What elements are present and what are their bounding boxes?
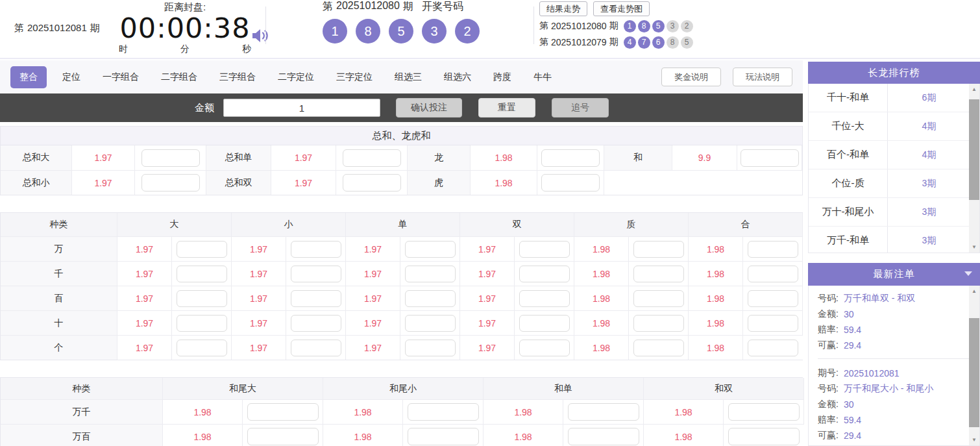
bet-amount-input[interactable] (541, 149, 600, 167)
play-rules-button[interactable]: 玩法说明 (733, 68, 792, 86)
latest-bets-scrollbar[interactable]: ▲ ▼ (969, 286, 979, 445)
bet-cell (537, 170, 604, 195)
odds-value: 1.98 (484, 424, 563, 446)
bet-amount-input[interactable] (633, 340, 684, 356)
bet-amount-input[interactable] (177, 315, 227, 332)
bet-amount-input[interactable] (408, 428, 479, 445)
bet-amount-input[interactable] (343, 174, 401, 192)
bet-amount-input[interactable] (519, 266, 570, 282)
dragon-count: 6期 (888, 84, 979, 112)
bet-amount-input[interactable] (405, 315, 456, 332)
bet-cell (243, 424, 323, 446)
bet-amount-input[interactable] (748, 315, 798, 332)
scrollbar-thumb[interactable] (969, 99, 979, 200)
bet-amount-input[interactable] (343, 149, 401, 167)
bet-amount-input[interactable] (405, 241, 456, 258)
scroll-down-icon[interactable]: ▼ (969, 434, 979, 445)
bet-amount-input[interactable] (405, 290, 456, 307)
bet-cell (724, 424, 804, 446)
bet-amount-input[interactable] (177, 290, 227, 307)
chase-number-button[interactable]: 追号 (552, 98, 609, 118)
history-ball: 8 (638, 20, 650, 32)
tab-zuxuan-liu[interactable]: 组选六 (444, 71, 471, 83)
bet-amount-input[interactable] (519, 340, 570, 356)
bet-amount-input[interactable] (519, 290, 570, 307)
dragon-count: 4期 (888, 112, 979, 140)
row-label: 万 (1, 236, 117, 261)
bet-amount-input[interactable] (633, 290, 684, 307)
bet-amount-input[interactable] (177, 266, 227, 282)
bet-amount-input[interactable] (633, 241, 684, 258)
bet-amount-input[interactable] (291, 290, 341, 307)
tab-sanzi-zuhe[interactable]: 三字组合 (219, 71, 256, 83)
bet-amount-input[interactable] (748, 266, 798, 282)
bet-amount-input[interactable] (568, 428, 639, 445)
bet-amount-input[interactable] (291, 340, 341, 356)
odds-value: 1.98 (689, 310, 743, 335)
bet-amount-input[interactable] (728, 403, 800, 421)
bet-amount-input[interactable] (519, 315, 570, 332)
tab-niuniu[interactable]: 牛牛 (533, 71, 552, 83)
bet-amount-input[interactable] (748, 290, 798, 307)
scroll-up-icon[interactable]: ▲ (969, 84, 979, 95)
bet-amount-input[interactable] (408, 403, 479, 421)
bet-amount-input[interactable] (519, 241, 570, 258)
draw-title-label: 开奖号码 (422, 0, 463, 14)
dragon-scrollbar[interactable]: ▲ ▼ (969, 84, 979, 253)
tab-zuxuan-san[interactable]: 组选三 (395, 71, 422, 83)
bet-amount-input[interactable] (748, 340, 798, 356)
tab-kuadu[interactable]: 跨度 (493, 71, 511, 83)
view-trend-chart-button[interactable]: 查看走势图 (593, 1, 650, 16)
bet-amount-input[interactable] (728, 428, 800, 445)
bet-amount-input[interactable] (405, 266, 456, 282)
dragon-rank-panel: 长龙排行榜 千十-和单 6期 千位-大 4期 百个-和单 4期 个位-质 3期 (808, 62, 980, 253)
bet-amount-input[interactable] (141, 174, 200, 192)
play-tabs: 整合 定位 一字组合 二字组合 三字组合 二字定位 三字定位 组选三 组选六 跨… (0, 60, 803, 93)
amount-input[interactable] (223, 99, 380, 117)
draw-issue-number: 20251012080 (336, 0, 400, 14)
tab-zhenghe[interactable]: 整合 (10, 66, 47, 88)
tab-dingwei[interactable]: 定位 (62, 71, 80, 83)
sum-label: 龙 (408, 145, 471, 170)
bet-amount-input[interactable] (177, 340, 227, 356)
bet-amount-input[interactable] (247, 428, 319, 445)
bet-amount-input[interactable] (291, 315, 341, 332)
collapse-caret-icon[interactable] (964, 271, 972, 276)
bet-amount-input[interactable] (741, 149, 799, 167)
bet-amount-input[interactable] (141, 149, 200, 167)
bet-amount-input[interactable] (291, 266, 341, 282)
bet-cell (403, 424, 484, 446)
reset-button[interactable]: 重置 (478, 98, 535, 118)
bet-amount-input[interactable] (748, 241, 798, 258)
bet-cell (172, 310, 232, 335)
unit-minute: 分 (180, 43, 190, 55)
bet-amount-input[interactable] (633, 315, 684, 332)
bet-amount-input[interactable] (541, 174, 600, 192)
bet-cell (515, 261, 574, 286)
sum-label: 总和小 (1, 170, 72, 195)
bet-amount-input[interactable] (247, 403, 319, 421)
tab-sanzi-dingwei[interactable]: 三字定位 (336, 71, 373, 83)
bet-amount-input[interactable] (291, 241, 341, 258)
odds-value: 1.98 (163, 424, 243, 446)
confirm-bet-button[interactable]: 确认投注 (396, 98, 462, 118)
dragon-rank-row: 万千-和单 3期 (809, 227, 979, 253)
bet-cell (135, 145, 206, 170)
history-ball: 1 (624, 20, 636, 32)
bet-amount-input[interactable] (568, 403, 639, 421)
bet-amount-input[interactable] (177, 241, 227, 258)
odds-value: 1.97 (346, 335, 400, 360)
prize-info-button[interactable]: 奖金说明 (661, 68, 721, 86)
tab-yizi-zuhe[interactable]: 一字组合 (103, 71, 139, 83)
tab-erzi-dingwei[interactable]: 二字定位 (278, 71, 314, 83)
result-trend-button[interactable]: 结果走势 (539, 1, 587, 16)
scroll-down-icon[interactable]: ▼ (969, 242, 979, 253)
tab-erzi-zuhe[interactable]: 二字组合 (161, 71, 197, 83)
draw-prefix: 第 (323, 0, 333, 14)
bet-cell (172, 335, 232, 360)
bet-amount-input[interactable] (633, 266, 684, 282)
dragon-name: 百个-和单 (809, 141, 888, 169)
scroll-up-icon[interactable]: ▲ (969, 286, 979, 297)
bet-amount-input[interactable] (405, 340, 456, 356)
scrollbar-thumb[interactable] (969, 318, 979, 427)
